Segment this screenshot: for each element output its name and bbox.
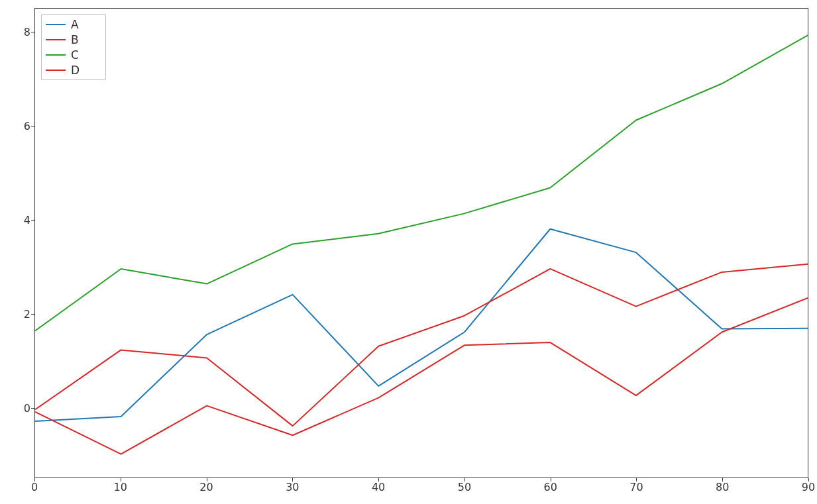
xtick-mark: [722, 478, 723, 481]
legend-label-A: A: [71, 18, 79, 31]
legend: A B C D: [41, 14, 106, 80]
xtick-label: 30: [286, 481, 299, 493]
xtick-mark: [34, 478, 35, 481]
ytick-label: 2: [20, 307, 30, 320]
legend-swatch-A: [46, 24, 66, 25]
legend-swatch-C: [46, 54, 66, 56]
xtick-mark: [464, 478, 465, 481]
xtick-label: 80: [716, 481, 729, 493]
ytick-mark: [31, 408, 34, 409]
legend-swatch-B: [46, 39, 66, 40]
xtick-label: 0: [31, 481, 38, 493]
ytick-mark: [31, 314, 34, 315]
ytick-mark: [31, 220, 34, 221]
legend-label-D: D: [71, 64, 80, 77]
xtick-label: 60: [543, 481, 557, 493]
plot-area: [34, 8, 808, 478]
series-line-A: [35, 229, 808, 421]
line-chart: A B C D 0 10 20 30 40 50 60 70 80 90 0 2…: [0, 0, 817, 504]
xtick-label: 50: [458, 481, 471, 493]
xtick-label: 90: [802, 481, 815, 493]
xtick-mark: [292, 478, 293, 481]
xtick-mark: [378, 478, 379, 481]
series-line-B: [35, 264, 808, 426]
xtick-mark: [551, 478, 551, 481]
series-line-D: [35, 298, 808, 454]
ytick-label: 6: [20, 119, 30, 132]
xtick-label: 40: [372, 481, 385, 493]
xtick-label: 10: [114, 481, 127, 493]
legend-item-C: C: [43, 47, 104, 62]
series-line-C: [35, 35, 808, 330]
chart-lines-svg: [35, 9, 808, 478]
xtick-mark: [808, 478, 809, 481]
legend-swatch-D: [46, 70, 66, 71]
ytick-label: 4: [20, 213, 30, 226]
ytick-mark: [31, 32, 34, 32]
xtick-mark: [121, 478, 121, 481]
legend-item-B: B: [43, 32, 104, 47]
xtick-mark: [207, 478, 207, 481]
ytick-label: 0: [20, 401, 30, 414]
ytick-mark: [31, 126, 34, 126]
xtick-mark: [636, 478, 637, 481]
legend-label-C: C: [71, 48, 79, 62]
legend-item-A: A: [43, 17, 104, 32]
legend-label-B: B: [71, 33, 79, 46]
ytick-label: 8: [20, 25, 30, 38]
xtick-label: 20: [199, 481, 213, 493]
legend-item-D: D: [43, 62, 104, 77]
xtick-label: 70: [629, 481, 643, 493]
